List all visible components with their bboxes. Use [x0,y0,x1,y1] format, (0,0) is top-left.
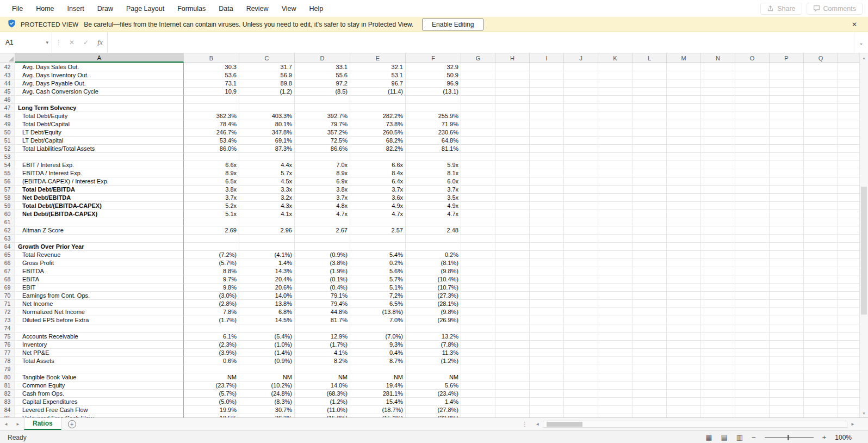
row-header-68[interactable]: 68 [0,275,15,284]
cell-m84[interactable] [667,406,701,414]
cell-g83[interactable] [461,398,495,406]
cell-b55[interactable]: 8.9x [184,169,239,177]
cell-b58[interactable]: 3.7x [184,194,239,202]
cell-i66[interactable] [530,259,564,267]
column-header-i[interactable]: I [530,53,564,63]
cell-c43[interactable]: 56.9 [239,71,295,79]
cell-g62[interactable] [461,226,495,235]
horizontal-scrollbar-thumb[interactable] [547,422,582,427]
cell-o66[interactable] [735,259,770,267]
column-header-g[interactable]: G [461,53,495,63]
cell-p42[interactable] [770,63,804,71]
cell-m43[interactable] [667,71,701,79]
cell-k76[interactable] [598,341,633,349]
cell-e50[interactable]: 260.5% [350,128,406,137]
cell-m63[interactable] [667,235,701,243]
cell-j54[interactable] [564,161,598,169]
cell-k55[interactable] [598,169,633,177]
cell-f54[interactable]: 5.9x [406,161,461,169]
cell-l78[interactable] [633,357,667,365]
row-header-63[interactable]: 63 [0,235,15,243]
cell-n70[interactable] [701,292,735,300]
cell-p54[interactable] [770,161,804,169]
cell-i74[interactable] [530,324,564,333]
cell-a68[interactable]: EBITA [15,275,184,284]
cell-g44[interactable] [461,79,495,88]
cell-q75[interactable] [804,333,838,341]
cell-f71[interactable]: (28.1%) [406,300,461,308]
cell-a58[interactable]: Net Debt/EBITDA [15,194,184,202]
cell-g78[interactable] [461,357,495,365]
cell-o68[interactable] [735,275,770,284]
cell-i67[interactable] [530,267,564,275]
cell-h53[interactable] [495,153,530,161]
cell-n60[interactable] [701,210,735,218]
cell-k77[interactable] [598,349,633,357]
cell-m60[interactable] [667,210,701,218]
row-header-75[interactable]: 75 [0,333,15,341]
cell-i62[interactable] [530,226,564,235]
cell-o82[interactable] [735,390,770,398]
cell-d43[interactable]: 55.6 [295,71,350,79]
sheet-nav-right-icon[interactable]: ► [12,422,24,427]
cancel-icon[interactable]: ✕ [65,39,79,46]
cell-n74[interactable] [701,324,735,333]
menu-item-data[interactable]: Data [212,5,239,13]
cell-f51[interactable]: 64.8% [406,137,461,145]
cell-k44[interactable] [598,79,633,88]
cell-j60[interactable] [564,210,598,218]
column-header-f[interactable]: F [406,53,461,63]
cell-n54[interactable] [701,161,735,169]
cell-p53[interactable] [770,153,804,161]
cell-j46[interactable] [564,96,598,104]
cell-f42[interactable]: 32.9 [406,63,461,71]
cell-o49[interactable] [735,120,770,128]
cell-j64[interactable] [564,243,598,251]
cell-q83[interactable] [804,398,838,406]
cell-b53[interactable] [184,153,239,161]
cell-c64[interactable] [239,243,295,251]
cell-h76[interactable] [495,341,530,349]
cell-b73[interactable]: (1.7%) [184,316,239,324]
cell-l43[interactable] [633,71,667,79]
cell-j78[interactable] [564,357,598,365]
comments-button[interactable]: Comments [807,3,863,15]
cell-q65[interactable] [804,251,838,259]
zoom-out-icon[interactable]: − [752,433,756,441]
cell-l71[interactable] [633,300,667,308]
cell-b61[interactable] [184,218,239,226]
cell-l83[interactable] [633,398,667,406]
cell-m77[interactable] [667,349,701,357]
cell-b49[interactable]: 78.4% [184,120,239,128]
cell-k42[interactable] [598,63,633,71]
cell-i81[interactable] [530,382,564,390]
cell-j81[interactable] [564,382,598,390]
cell-p84[interactable] [770,406,804,414]
cell-b79[interactable] [184,365,239,373]
cell-n48[interactable] [701,112,735,120]
cell-d82[interactable]: (68.3%) [295,390,350,398]
cell-b57[interactable]: 3.8x [184,186,239,194]
cell-h55[interactable] [495,169,530,177]
cell-m72[interactable] [667,308,701,316]
cell-g60[interactable] [461,210,495,218]
cell-m78[interactable] [667,357,701,365]
cell-o58[interactable] [735,194,770,202]
cell-e59[interactable]: 4.9x [350,202,406,210]
cell-p45[interactable] [770,88,804,96]
row-header-72[interactable]: 72 [0,308,15,316]
cell-j42[interactable] [564,63,598,71]
cell-m58[interactable] [667,194,701,202]
cell-e77[interactable]: 0.4% [350,349,406,357]
cell-p83[interactable] [770,398,804,406]
cell-n72[interactable] [701,308,735,316]
cell-g61[interactable] [461,218,495,226]
cell-i53[interactable] [530,153,564,161]
cell-c53[interactable] [239,153,295,161]
cell-h80[interactable] [495,373,530,382]
cell-h52[interactable] [495,145,530,153]
cell-f52[interactable]: 81.1% [406,145,461,153]
cell-i64[interactable] [530,243,564,251]
cell-k62[interactable] [598,226,633,235]
cell-d48[interactable]: 392.7% [295,112,350,120]
